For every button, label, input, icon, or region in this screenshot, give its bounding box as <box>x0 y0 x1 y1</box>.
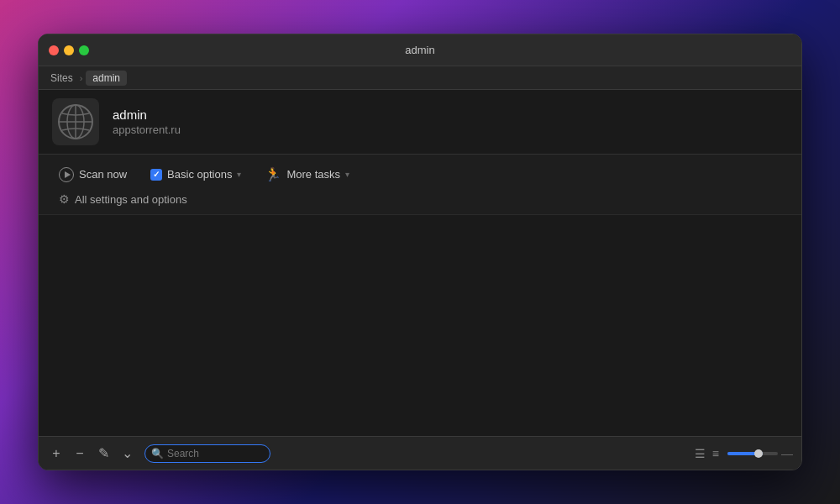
search-wrapper: 🔍 <box>144 444 270 463</box>
bottom-toolbar: + − ✎ ⌄ 🔍 ☰ ≡ — <box>39 436 801 470</box>
actions-bar: Scan now Basic options ▾ 🏃 More tasks ▾ … <box>39 155 801 215</box>
site-name: admin <box>113 108 181 122</box>
play-triangle <box>65 171 71 178</box>
content-area <box>39 215 801 436</box>
close-button[interactable] <box>49 45 59 55</box>
main-window: admin Sites › admin admin appstorrent.ru <box>38 34 802 470</box>
window-title: admin <box>405 44 434 56</box>
zoom-slider-area: — <box>727 447 793 460</box>
titlebar: admin <box>39 34 801 66</box>
more-tasks-button[interactable]: 🏃 More tasks ▾ <box>258 163 356 186</box>
basic-options-label: Basic options <box>167 168 232 181</box>
play-icon <box>59 167 74 182</box>
more-tasks-label: More tasks <box>286 168 340 181</box>
list-view-icons: ☰ ≡ <box>693 445 721 462</box>
list-view-icon[interactable]: ☰ <box>693 445 707 462</box>
scan-now-button[interactable]: Scan now <box>52 164 134 186</box>
breadcrumb-current[interactable]: admin <box>86 71 127 86</box>
dropdown-button[interactable]: ⌄ <box>118 444 136 463</box>
gear-icon: ⚙ <box>59 192 70 206</box>
actions-row-1: Scan now Basic options ▾ 🏃 More tasks ▾ <box>52 163 788 186</box>
toolbar-right: ☰ ≡ — <box>693 445 793 462</box>
settings-row[interactable]: ⚙ All settings and options <box>52 192 788 206</box>
zoom-dash: — <box>781 447 793 460</box>
globe-svg <box>55 102 96 142</box>
remove-button[interactable]: − <box>71 444 89 463</box>
edit-button[interactable]: ✎ <box>94 444 113 463</box>
search-input[interactable] <box>144 444 270 463</box>
basic-options-dropdown-arrow[interactable]: ▾ <box>237 170 241 179</box>
search-box-wrapper: 🔍 <box>144 444 270 463</box>
all-settings-label: All settings and options <box>75 193 187 206</box>
site-header: admin appstorrent.ru <box>39 90 801 155</box>
runner-icon: 🏃 <box>265 166 281 182</box>
breadcrumb-separator: › <box>80 73 83 83</box>
breadcrumb-sites[interactable]: Sites <box>47 71 76 86</box>
breadcrumb-bar: Sites › admin <box>39 66 801 90</box>
basic-options-checkbox[interactable] <box>150 169 162 181</box>
site-url: appstorrent.ru <box>113 123 181 136</box>
site-info: admin appstorrent.ru <box>113 108 181 136</box>
maximize-button[interactable] <box>79 45 89 55</box>
zoom-slider[interactable] <box>727 452 778 455</box>
minimize-button[interactable] <box>64 45 74 55</box>
more-tasks-dropdown-arrow[interactable]: ▾ <box>345 170 349 179</box>
site-icon <box>52 98 99 145</box>
traffic-lights <box>49 45 89 55</box>
list-compact-icon[interactable]: ≡ <box>711 445 721 462</box>
add-button[interactable]: + <box>47 444 66 463</box>
scan-now-label: Scan now <box>79 168 127 181</box>
zoom-slider-thumb <box>754 449 763 458</box>
basic-options-group[interactable]: Basic options ▾ <box>150 168 241 181</box>
